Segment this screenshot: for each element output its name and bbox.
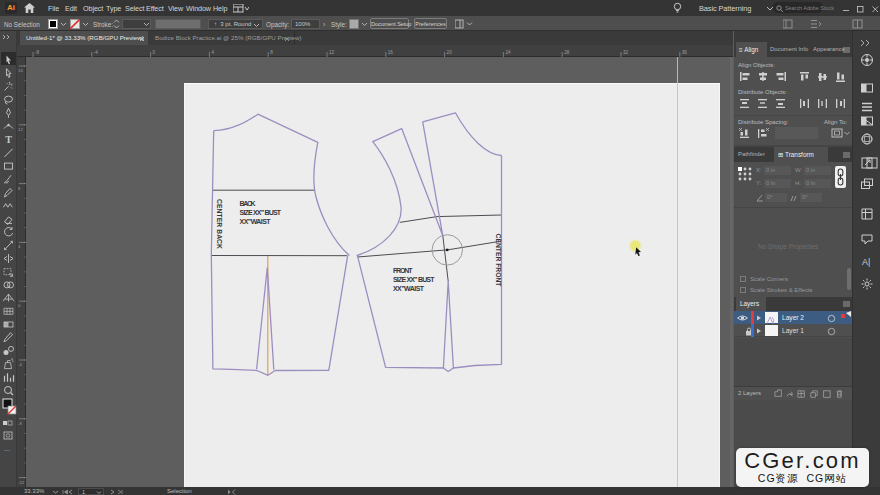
svg-text:4: 4	[18, 244, 21, 249]
svg-text:BACK: BACK	[240, 200, 256, 207]
svg-text:16: 16	[18, 68, 23, 73]
svg-text:-4: -4	[18, 362, 22, 367]
svg-text:XX”WAIST: XX”WAIST	[393, 285, 425, 292]
svg-text:A|: A|	[862, 257, 870, 267]
svg-text:0: 0	[153, 50, 156, 55]
svg-text:...: ...	[4, 445, 10, 452]
svg-text:SIZE XX” BUST: SIZE XX” BUST	[240, 209, 282, 216]
svg-text:T: T	[5, 134, 12, 145]
svg-text:12: 12	[18, 127, 23, 132]
svg-text:8: 8	[18, 186, 21, 191]
svg-text:XX”WAIST: XX”WAIST	[240, 218, 272, 225]
svg-text:4: 4	[211, 50, 214, 55]
svg-text:SIZE XX” BUST: SIZE XX” BUST	[393, 276, 435, 283]
svg-text:FRONT: FRONT	[393, 267, 413, 274]
svg-text:0: 0	[18, 303, 21, 308]
svg-text:24: 24	[505, 50, 511, 55]
svg-text:8: 8	[270, 50, 273, 55]
svg-text:-8: -8	[18, 421, 22, 426]
svg-text:28: 28	[564, 50, 570, 55]
svg-text:-8: -8	[35, 50, 40, 55]
svg-text:20: 20	[447, 50, 453, 55]
svg-text:CENTER FRONT: CENTER FRONT	[495, 234, 502, 288]
svg-text:-12: -12	[18, 480, 25, 485]
svg-text:-4: -4	[94, 50, 99, 55]
svg-text:16: 16	[388, 50, 394, 55]
svg-text:36: 36	[682, 50, 688, 55]
svg-text:CENTER BACK: CENTER BACK	[216, 199, 223, 249]
svg-text:12: 12	[329, 50, 335, 55]
svg-text:32: 32	[623, 50, 629, 55]
